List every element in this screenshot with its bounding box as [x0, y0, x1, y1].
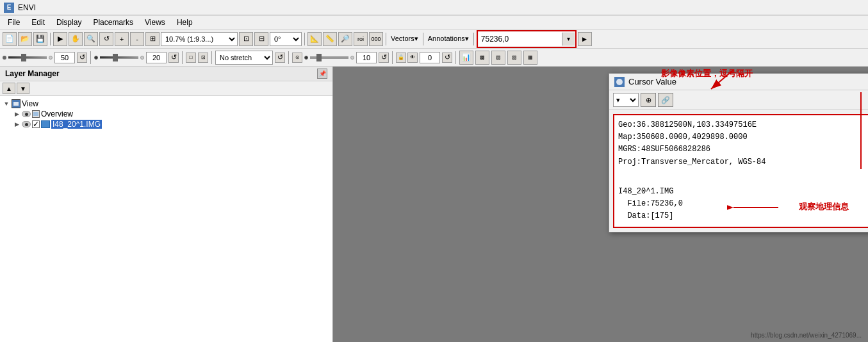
layer-down-btn[interactable]: ▼ — [17, 83, 29, 94]
list-item: ▼ View — [3, 99, 330, 109]
file-checkbox[interactable]: ✓ — [32, 120, 40, 128]
contrast-value[interactable]: 20 — [146, 52, 167, 63]
proj-label: Proj: — [618, 158, 641, 167]
stretch-btn2[interactable]: ⊡ — [198, 53, 208, 63]
tb2-img1[interactable]: ▩ — [475, 51, 489, 65]
arrow-btn[interactable]: ▶ — [53, 32, 67, 46]
view-label: View — [22, 99, 38, 108]
save-btn[interactable]: 💾 — [33, 32, 47, 46]
tb2-img4[interactable]: ▦ — [523, 51, 537, 65]
menu-help[interactable]: Help — [172, 17, 198, 28]
brightness-dot2 — [49, 56, 53, 60]
tb2-img3[interactable]: ▧ — [507, 51, 521, 65]
annotations-label[interactable]: Annotations▾ — [426, 35, 471, 43]
mgrs-line: MGRS:48SUF5066828286 — [618, 143, 868, 156]
list-item[interactable]: ▶ ✓ I48_20^1.IMG — [13, 119, 330, 129]
file-label: File: — [627, 199, 650, 208]
pixel-position-container: ▾ — [477, 30, 577, 48]
layer-manager-title: Layer Manager — [5, 69, 60, 78]
tool2[interactable]: 📏 — [323, 32, 337, 46]
menu-views[interactable]: Views — [140, 17, 170, 28]
sep-t2-4 — [288, 51, 289, 64]
zoom-full-btn[interactable]: ⊟ — [254, 32, 268, 46]
blank-line — [618, 174, 868, 186]
sep2 — [304, 33, 305, 45]
annotation-pixel-position: 影像像素位置，逗号隔开 — [661, 68, 753, 79]
tool1[interactable]: 📐 — [307, 32, 322, 46]
data-label: Data: — [627, 211, 650, 220]
tb2-btn1[interactable]: ⊙ — [292, 53, 302, 63]
new-btn[interactable]: 📄 — [3, 32, 17, 46]
tb2-img2[interactable]: ▨ — [491, 51, 505, 65]
tb2-refresh4[interactable]: ↺ — [442, 53, 452, 63]
tb2-value4[interactable]: 0 — [420, 52, 440, 63]
layer-manager-header: Layer Manager 📌 — [0, 67, 332, 81]
menu-bar: File Edit Display Placemarks Views Help — [0, 15, 868, 29]
sep3 — [386, 33, 386, 45]
tree-expand-overview[interactable]: ▶ — [13, 110, 20, 118]
filename-line: I48_20^1.IMG — [618, 186, 868, 198]
zoom-fit-btn[interactable]: ⊡ — [239, 32, 253, 46]
contrast-slider[interactable] — [100, 56, 138, 59]
go-btn[interactable]: ▶ — [578, 32, 592, 46]
tb2-lock-btn[interactable]: 🔒 — [396, 53, 406, 63]
canvas-area[interactable]: Cursor Value — □ ✕ ▾ ⊕ 🔗 ? — [333, 67, 868, 342]
stretch-refresh[interactable]: ↺ — [275, 53, 285, 63]
zoom-rect-btn[interactable]: ⊞ — [145, 32, 160, 46]
zoom-in-btn[interactable]: + — [115, 32, 129, 46]
proj-line: Proj:Transverse_Mercator, WGS-84 — [618, 156, 868, 168]
pixel-position-input[interactable] — [479, 32, 562, 46]
rotation-dropdown[interactable]: 0° — [270, 32, 302, 46]
overview-label: Overview — [41, 110, 73, 118]
dialog-icon — [614, 77, 625, 87]
tb2-hist[interactable]: 📊 — [459, 51, 473, 65]
pan-btn[interactable]: ✋ — [69, 32, 83, 46]
menu-edit[interactable]: Edit — [26, 17, 50, 28]
secondary-toolbar: 50 ↺ 20 ↺ □ ⊡ No stretch Linear Gaussian… — [0, 49, 868, 67]
contrast-refresh[interactable]: ↺ — [168, 53, 179, 63]
sep-t2-3 — [211, 51, 212, 64]
brightness-value[interactable]: 50 — [54, 52, 75, 63]
map-value: 350608.0000,4029898.0000 — [637, 133, 748, 142]
dialog-type-dropdown[interactable]: ▾ — [613, 93, 639, 107]
stretch-btn1[interactable]: □ — [186, 53, 196, 63]
geo-line: Geo:36.38812500N,103.33497516E — [618, 119, 868, 131]
tb2-slider3[interactable] — [310, 56, 348, 59]
layer-up-btn[interactable]: ▲ — [3, 83, 15, 94]
zoom-dropdown[interactable]: 10.7% (1:9.3...) — [161, 32, 238, 46]
file-eye[interactable] — [22, 121, 31, 127]
sep1 — [50, 33, 51, 45]
layer-manager-pin[interactable]: 📌 — [317, 69, 327, 79]
overview-eye[interactable] — [22, 111, 31, 117]
tree-file-arrow[interactable]: ▶ — [13, 120, 20, 128]
menu-placemarks[interactable]: Placemarks — [88, 17, 138, 28]
view-icon — [12, 99, 20, 108]
open-btn[interactable]: 📂 — [18, 32, 32, 46]
overview-icon — [32, 110, 40, 118]
rotate-btn[interactable]: ↺ — [99, 32, 113, 46]
zoom-out-btn[interactable]: - — [130, 32, 144, 46]
tool5[interactable]: 000 — [369, 32, 383, 46]
dialog-target-btn[interactable]: ⊕ — [641, 93, 656, 107]
tb2-value3[interactable]: 10 — [356, 52, 377, 63]
filename: I48_20^1.IMG — [618, 187, 673, 196]
tb2-refresh3[interactable]: ↺ — [379, 53, 389, 63]
brightness-slider[interactable] — [8, 56, 47, 59]
stretch-dropdown[interactable]: No stretch Linear Gaussian Equalization … — [215, 51, 273, 65]
watermark: https://blog.csdn.net/weixin_4271069... — [751, 332, 862, 339]
vectors-label[interactable]: Vectors▾ — [389, 35, 420, 43]
annotation-geo-info: 观察地理信息 — [799, 201, 849, 213]
tool4[interactable]: roi — [354, 32, 368, 46]
dialog-link-btn[interactable]: 🔗 — [658, 93, 673, 107]
tree-expand-view[interactable]: ▼ — [3, 100, 10, 108]
tb2-eye-btn[interactable]: 👁 — [407, 53, 418, 63]
tool3[interactable]: 🔎 — [338, 32, 352, 46]
menu-file[interactable]: File — [3, 17, 25, 28]
menu-display[interactable]: Display — [51, 17, 86, 28]
zoom-btn[interactable]: 🔍 — [84, 32, 98, 46]
file-label[interactable]: I48_20^1.IMG — [51, 120, 102, 129]
mgrs-value: 48SUF5066828286 — [641, 145, 710, 154]
brightness-refresh[interactable]: ↺ — [77, 53, 87, 63]
pixel-pos-dropdown-btn[interactable]: ▾ — [562, 33, 575, 45]
sep-t2-6 — [455, 51, 456, 64]
